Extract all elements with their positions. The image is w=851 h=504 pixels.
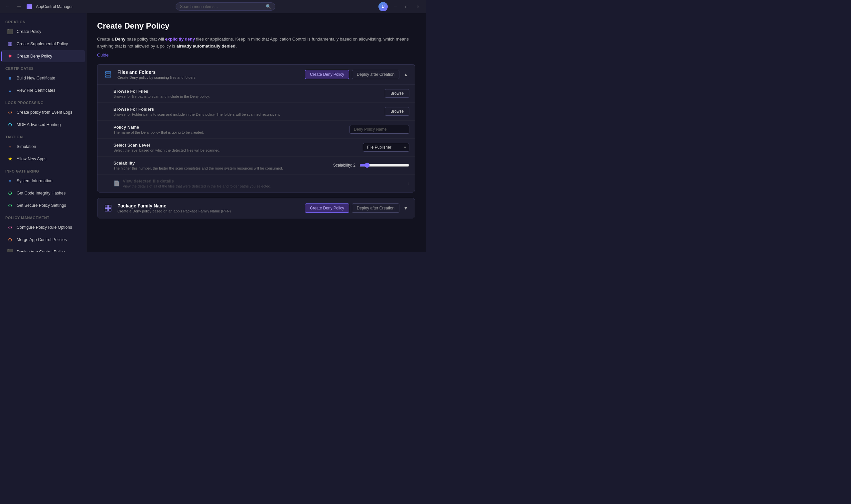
browse-folders-desc: Browse for Folder paths to scan and incl… bbox=[113, 112, 379, 116]
policy-name-info: Policy Name The name of the Deny policy … bbox=[113, 125, 344, 134]
maximize-button[interactable]: □ bbox=[402, 2, 412, 12]
sidebar: Creation ⬛ Create Policy ▦ Create Supple… bbox=[0, 13, 87, 252]
collapse-btn-files[interactable]: ▲ bbox=[402, 71, 409, 78]
sidebar-item-label: Create Policy bbox=[17, 29, 41, 34]
guide-link[interactable]: Guide bbox=[97, 53, 109, 57]
view-detected-title: View detected file details bbox=[123, 179, 402, 183]
sidebar-item-configure-policy-rule-options[interactable]: ⊙ Configure Policy Rule Options bbox=[1, 221, 85, 233]
scalability-desc: The higher this number, the faster the s… bbox=[113, 166, 328, 170]
create-deny-policy-btn-pfn[interactable]: Create Deny Policy bbox=[305, 203, 349, 213]
svg-rect-4 bbox=[108, 205, 111, 208]
browse-folders-title: Browse For Folders bbox=[113, 107, 379, 112]
sidebar-item-label: View File Certificates bbox=[17, 88, 55, 93]
view-detected-desc: View the details of all of the files tha… bbox=[123, 184, 402, 188]
deploy-after-creation-btn-pfn[interactable]: Deploy after Creation bbox=[352, 203, 400, 213]
sidebar-item-label: Get Secure Policy Settings bbox=[17, 203, 66, 208]
browse-files-action: Browse bbox=[385, 89, 409, 98]
event-logs-icon: ⊙ bbox=[7, 109, 13, 116]
search-bar: 🔍 bbox=[73, 2, 378, 11]
section-tactical-label: Tactical bbox=[0, 131, 86, 140]
deploy-after-creation-btn-files[interactable]: Deploy after Creation bbox=[352, 70, 400, 79]
search-input[interactable] bbox=[180, 4, 263, 9]
app-icon bbox=[26, 4, 32, 9]
svg-rect-3 bbox=[105, 205, 108, 208]
page-description: Create a Deny base policy that will expl… bbox=[97, 36, 415, 50]
create-deny-icon: ✖ bbox=[7, 53, 13, 59]
browse-folders-action: Browse bbox=[385, 107, 409, 116]
scalability-label: Scalability: 2 bbox=[333, 163, 355, 167]
policy-name-input[interactable] bbox=[350, 125, 409, 134]
desc-part1: Create a bbox=[97, 37, 115, 41]
deploy-policy-icon: ⬛ bbox=[7, 249, 13, 252]
user-avatar: U bbox=[378, 2, 388, 11]
titlebar-right: U ─ □ ✕ bbox=[378, 2, 423, 12]
sidebar-item-create-deny-policy[interactable]: ✖ Create Deny Policy bbox=[1, 50, 85, 62]
sidebar-item-get-code-integrity-hashes[interactable]: ⊙ Get Code Integrity Hashes bbox=[1, 187, 85, 199]
section-creation-label: Creation bbox=[0, 16, 86, 25]
sidebar-item-get-secure-policy-settings[interactable]: ⊙ Get Secure Policy Settings bbox=[1, 199, 85, 212]
card-subtitle: Create Deny policy by scanning files and… bbox=[118, 75, 301, 79]
sidebar-item-mde-advanced-hunting[interactable]: ⊙ MDE Advanced Hunting bbox=[1, 119, 85, 131]
collapse-btn-pfn[interactable]: ▼ bbox=[402, 204, 409, 212]
card-files-and-folders: Files and Folders Create Deny policy by … bbox=[97, 64, 415, 193]
card-row-view-detected-file-details: 📄 View detected file details View the de… bbox=[97, 175, 415, 192]
mde-icon: ⊙ bbox=[7, 121, 13, 128]
sidebar-item-label: MDE Advanced Hunting bbox=[17, 122, 61, 127]
view-detected-action: › bbox=[408, 181, 409, 186]
browse-folders-btn[interactable]: Browse bbox=[385, 107, 409, 116]
desc-highlight: explicitly deny bbox=[165, 37, 195, 41]
configure-policy-icon: ⊙ bbox=[7, 224, 13, 231]
create-deny-policy-btn-files[interactable]: Create Deny Policy bbox=[305, 70, 349, 79]
sidebar-item-create-policy[interactable]: ⬛ Create Policy bbox=[1, 25, 85, 38]
titlebar: ← ☰ AppControl Manager 🔍 U ─ □ ✕ bbox=[0, 0, 426, 13]
sidebar-item-label: Build New Certificate bbox=[17, 76, 55, 80]
sidebar-item-label: Allow New Apps bbox=[17, 157, 47, 161]
section-policy-mgmt-label: Policy Management bbox=[0, 212, 86, 221]
files-and-folders-icon bbox=[103, 69, 113, 80]
build-cert-icon: ≡ bbox=[7, 75, 13, 82]
section-logs-label: Logs Processing bbox=[0, 97, 86, 106]
scalability-slider[interactable] bbox=[359, 163, 409, 168]
svg-rect-0 bbox=[105, 71, 111, 73]
sidebar-item-merge-app-control-policies[interactable]: ⊙ Merge App Control Policies bbox=[1, 234, 85, 246]
minimize-button[interactable]: ─ bbox=[390, 2, 401, 12]
scan-level-action: File Publisher Publisher Hash FileName ▼ bbox=[363, 143, 409, 151]
sidebar-item-view-file-certificates[interactable]: ≡ View File Certificates bbox=[1, 85, 85, 96]
card-title: Files and Folders bbox=[118, 70, 301, 75]
sidebar-item-label: Deploy App Control Policy bbox=[17, 250, 65, 252]
scan-level-select[interactable]: File Publisher Publisher Hash FileName bbox=[363, 143, 409, 151]
scan-level-select-wrap: File Publisher Publisher Hash FileName ▼ bbox=[363, 143, 409, 151]
section-certificates-label: Certificates bbox=[0, 62, 86, 72]
titlebar-left: ← ☰ AppControl Manager bbox=[3, 2, 73, 12]
chevron-right-icon: › bbox=[408, 181, 409, 186]
policy-name-title: Policy Name bbox=[113, 125, 344, 130]
sidebar-item-simulation[interactable]: ○ Simulation bbox=[1, 141, 85, 152]
sidebar-item-build-new-certificate[interactable]: ≡ Build New Certificate bbox=[1, 72, 85, 84]
svg-rect-5 bbox=[105, 209, 108, 211]
card-title-pfn: Package Family Name bbox=[118, 203, 301, 209]
scan-level-title: Select Scan Level bbox=[113, 143, 357, 148]
back-button[interactable]: ← bbox=[3, 2, 13, 12]
card-title-wrap: Files and Folders Create Deny policy by … bbox=[118, 70, 301, 79]
browse-files-btn[interactable]: Browse bbox=[385, 89, 409, 98]
app-title: AppControl Manager bbox=[36, 4, 73, 9]
card-row-browse-for-files: Browse For Files Browse for file paths t… bbox=[97, 85, 415, 103]
desc-bold: Deny bbox=[115, 37, 125, 41]
sidebar-item-create-policy-from-event-logs[interactable]: ⊙ Create policy from Event Logs bbox=[1, 106, 85, 118]
close-button[interactable]: ✕ bbox=[413, 2, 423, 12]
sidebar-item-allow-new-apps[interactable]: ★ Allow New Apps bbox=[1, 153, 85, 165]
section-info-label: Info Gathering bbox=[0, 165, 86, 175]
disabled-file-icon: 📄 bbox=[113, 180, 120, 186]
sidebar-item-system-information[interactable]: ≡ System Information bbox=[1, 175, 85, 187]
sidebar-item-deploy-app-control-policy[interactable]: ⬛ Deploy App Control Policy bbox=[1, 246, 85, 252]
allow-new-apps-icon: ★ bbox=[7, 156, 13, 162]
sidebar-item-create-supplemental-policy[interactable]: ▦ Create Supplemental Policy bbox=[1, 38, 85, 50]
browse-files-info: Browse For Files Browse for file paths t… bbox=[113, 89, 379, 98]
sidebar-item-label: Create policy from Event Logs bbox=[17, 110, 72, 115]
main-layout: Creation ⬛ Create Policy ▦ Create Supple… bbox=[0, 13, 426, 252]
sidebar-item-label: System Information bbox=[17, 179, 53, 183]
content-area: Create Deny Policy Create a Deny base po… bbox=[87, 13, 426, 252]
sidebar-item-label: Create Deny Policy bbox=[17, 54, 52, 58]
menu-button[interactable]: ☰ bbox=[14, 2, 24, 12]
titlebar-nav: ← ☰ bbox=[3, 2, 24, 12]
